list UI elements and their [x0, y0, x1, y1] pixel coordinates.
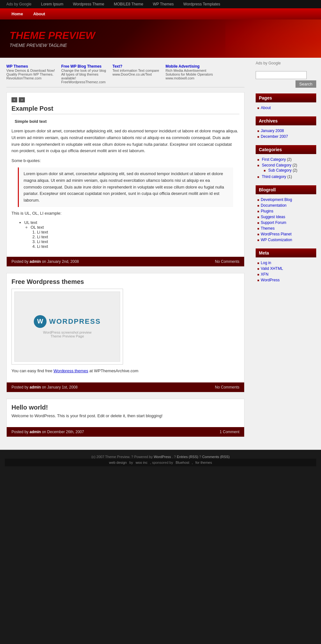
subcategory-link[interactable]: Sub Category [268, 168, 291, 173]
top-ad-bar: Ads by Google Lorem Ipsum Wordpress Them… [0, 0, 321, 8]
banner: THEME PREVIEW THEME PREVIEW TAGLINE [0, 19, 321, 58]
post-next-btn[interactable]: > [19, 97, 25, 102]
blogroll-heading: Blogroll [256, 185, 316, 194]
post-3-meta: Posted by admin on December 26th, 2007 [11, 430, 84, 434]
content-ad-4: Mobile Advertising Rich Media Advertisem… [165, 64, 213, 84]
post-3-footer: Posted by admin on December 26th, 2007 1… [7, 427, 244, 437]
nav-home[interactable]: Home [6, 8, 28, 19]
meta-heading: Meta [256, 248, 316, 257]
post-1-author: admin [30, 259, 41, 264]
blogroll-plugins: Plugins [257, 208, 315, 214]
post-1-bquote-label: Some b-quotes: [11, 158, 239, 164]
nav-about[interactable]: About [28, 8, 50, 19]
footer-comments-link[interactable]: Comments (RSS) [202, 455, 230, 459]
post-1-comments[interactable]: No Comments [215, 259, 239, 264]
sidebar-ads: Ads by Google [256, 61, 316, 65]
footer-copyright: (c) 2007 Theme Preview. ? Powered by Wor… [5, 455, 316, 459]
categories-list: First Category (2) Second Category (2) S… [256, 157, 316, 180]
categories-heading: Categories [256, 145, 316, 154]
post-1-lorem: Lorem ipsum dolor sit amet, consectetur … [11, 128, 239, 154]
content-area: WP Themes View Demos & Download Now! Qua… [0, 58, 251, 450]
post-2-date: January 1st, 2008 [47, 385, 77, 389]
footer-wp-link[interactable]: WordPress [154, 455, 171, 459]
meta-xfn: XFN [257, 271, 315, 277]
footer-woo[interactable]: woo inc [135, 461, 147, 464]
blogroll-wp-planet: WordPress Planet [257, 231, 315, 237]
topbar-link-2[interactable]: Wordpress Theme [73, 2, 104, 6]
sidebar-archives: Archives January 2008 December 2007 [256, 116, 316, 139]
search-button[interactable]: Search [295, 80, 316, 88]
topbar-link-4[interactable]: WP Themes [153, 2, 174, 6]
category-second-link[interactable]: Second Category [262, 163, 291, 167]
blogroll-themes: Themes [257, 226, 315, 231]
nav-bar: Home About [0, 8, 321, 19]
sidebar-ads-label: Ads by Google [256, 61, 316, 65]
banner-title: THEME PREVIEW [10, 30, 311, 41]
post-2-wp-link[interactable]: Wordpress themes [54, 368, 88, 373]
meta-login: Log in [257, 260, 315, 266]
sidebar-blogroll: Blogroll Development Blog Documentation … [256, 185, 316, 243]
blogroll-list: Development Blog Documentation Plugins S… [256, 197, 316, 243]
footer-bluehost[interactable]: Bluehost [176, 461, 189, 464]
sidebar-categories: Categories First Category (2) Second Cat… [256, 145, 316, 180]
category-first-link[interactable]: First Category [262, 157, 286, 162]
post-1-title: Example Post [11, 105, 239, 112]
pages-list: About [256, 105, 316, 111]
footer-for-themes[interactable]: for themes [195, 461, 212, 464]
topbar-link-5[interactable]: Wordpress Templates [183, 2, 220, 6]
footer-sub-links: web design by woo inc , sponsored by Blu… [5, 459, 316, 466]
subcategory-list: Sub Category (2) [257, 167, 315, 173]
blogroll-support: Support Forum [257, 220, 315, 226]
post-prev-btn[interactable]: < [11, 97, 17, 102]
sidebar-meta: Meta Log in Valid XHTML XFN WordPress [256, 248, 316, 283]
post-3-date: December 26th, 2007 [47, 430, 84, 434]
ads-by-google-label: Ads by Google [6, 2, 32, 6]
content-ad-3: Text? Text information Text compare www.… [113, 64, 159, 84]
category-third-link[interactable]: Third category [262, 174, 286, 179]
post-2-footer: Posted by admin on January 1st, 2008 No … [7, 382, 244, 392]
category-second: Second Category (2) Sub Category (2) [257, 162, 315, 174]
post-hello-world: Hello world! Welcome to WordPress. This … [6, 399, 244, 437]
post-1-ol-item: OL text [31, 225, 233, 230]
sidebar: Ads by Google Search Pages About Archive… [251, 58, 321, 450]
category-third: Third category (1) [257, 174, 315, 180]
post-1-list-label: This is UL, OL, LI example: [11, 210, 239, 217]
wp-screenshot-container: W WORDPRESS WordPress screenshot preview… [11, 289, 239, 365]
post-1-li-3: Li text [37, 239, 233, 244]
search-input[interactable] [256, 71, 307, 79]
archives-heading: Archives [256, 116, 316, 125]
post-1-li-2: Li text [37, 234, 233, 239]
content-ad-1: WP Themes View Demos & Download Now! Qua… [6, 64, 55, 84]
topbar-link-1[interactable]: Lorem Ipsum [41, 2, 63, 6]
footer: (c) 2007 Theme Preview. ? Powered by Wor… [0, 450, 321, 471]
pages-about-link[interactable]: About [261, 106, 271, 110]
topbar-link-3[interactable]: MOBILE8 Theme [114, 2, 143, 6]
post-nav-arrows: < > [11, 97, 239, 102]
blogroll-suggest: Suggest Ideas [257, 214, 315, 220]
post-3-title: Hello world! [11, 404, 239, 411]
archive-dec-2007: December 2007 [257, 134, 315, 139]
content-ad-2: Free WP Blog Themes Change the look of y… [61, 64, 106, 84]
post-1-bold: Simple bold text [11, 117, 239, 125]
content-ads: WP Themes View Demos & Download Now! Qua… [6, 64, 244, 87]
sidebar-pages-about: About [257, 105, 315, 111]
footer-entries-link[interactable]: Entries (RSS) [177, 455, 198, 459]
post-3-comments[interactable]: 1 Comment [220, 430, 239, 434]
post-1-date: January 2nd, 2008 [47, 259, 79, 264]
post-1-footer: Posted by admin on January 2nd, 2008 No … [7, 257, 244, 266]
post-2-author: admin [30, 385, 41, 389]
post-1-meta: Posted by admin on January 2nd, 2008 [11, 259, 79, 264]
sidebar-pages: Pages About [256, 93, 316, 111]
pages-heading: Pages [256, 93, 316, 102]
archives-list: January 2008 December 2007 [256, 128, 316, 139]
subcategory-sub: Sub Category (2) [264, 167, 315, 173]
post-example: < > Example Post Simple bold text Lorem … [6, 92, 244, 267]
post-3-author: admin [30, 430, 41, 434]
post-1-ul-item: UL text [24, 220, 233, 225]
category-first: First Category (2) [257, 157, 315, 162]
post-1-lists: UL text OL text Li text Li text Li text … [18, 220, 233, 249]
post-2-comments[interactable]: No Comments [215, 385, 239, 389]
banner-tagline: THEME PREVIEW TAGLINE [10, 43, 311, 48]
meta-list: Log in Valid XHTML XFN WordPress [256, 260, 316, 283]
footer-web-design[interactable]: web design [109, 461, 127, 464]
